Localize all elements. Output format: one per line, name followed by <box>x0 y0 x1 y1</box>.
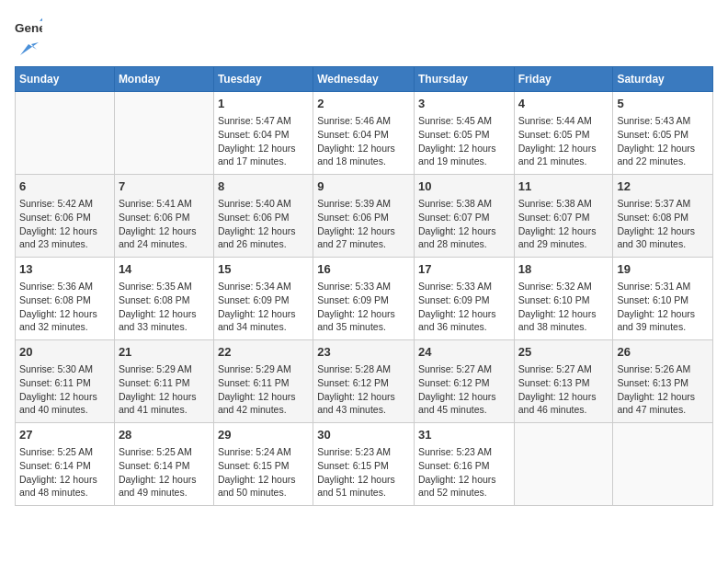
calendar-cell: 1Sunrise: 5:47 AMSunset: 6:04 PMDaylight… <box>213 92 313 175</box>
day-number: 8 <box>218 178 309 195</box>
calendar-cell: 24Sunrise: 5:27 AMSunset: 6:12 PMDayligh… <box>414 340 514 423</box>
day-info: Sunrise: 5:29 AMSunset: 6:11 PMDaylight:… <box>218 362 309 417</box>
day-info: Sunrise: 5:34 AMSunset: 6:09 PMDaylight:… <box>218 280 309 334</box>
day-info: Sunrise: 5:23 AMSunset: 6:16 PMDaylight:… <box>418 445 510 500</box>
day-number: 6 <box>19 178 110 195</box>
day-info: Sunrise: 5:41 AMSunset: 6:06 PMDaylight:… <box>119 197 210 251</box>
day-number: 17 <box>418 261 510 278</box>
calendar-table: SundayMondayTuesdayWednesdayThursdayFrid… <box>15 66 713 506</box>
day-number: 30 <box>317 427 410 443</box>
svg-text:General: General <box>15 21 42 35</box>
day-info: Sunrise: 5:35 AMSunset: 6:08 PMDaylight:… <box>119 280 210 334</box>
day-info: Sunrise: 5:45 AMSunset: 6:05 PMDaylight:… <box>418 114 510 168</box>
day-info: Sunrise: 5:26 AMSunset: 6:13 PMDaylight:… <box>617 362 709 417</box>
day-info: Sunrise: 5:38 AMSunset: 6:07 PMDaylight:… <box>418 197 510 251</box>
calendar-cell: 3Sunrise: 5:45 AMSunset: 6:05 PMDaylight… <box>414 92 514 175</box>
day-info: Sunrise: 5:27 AMSunset: 6:12 PMDaylight:… <box>418 362 510 417</box>
calendar-cell: 18Sunrise: 5:32 AMSunset: 6:10 PMDayligh… <box>514 258 613 340</box>
day-info: Sunrise: 5:47 AMSunset: 6:04 PMDaylight:… <box>218 114 309 168</box>
calendar-cell: 27Sunrise: 5:25 AMSunset: 6:14 PMDayligh… <box>16 423 115 506</box>
logo-icon: General <box>15 15 42 42</box>
day-number: 7 <box>119 178 210 195</box>
day-info: Sunrise: 5:27 AMSunset: 6:13 PMDaylight:… <box>518 362 609 417</box>
day-number: 15 <box>218 261 309 278</box>
logo: General <box>15 15 42 59</box>
header-day-sunday: Sunday <box>16 67 115 92</box>
calendar-week-row: 6Sunrise: 5:42 AMSunset: 6:06 PMDaylight… <box>16 175 713 258</box>
day-number: 28 <box>119 427 210 443</box>
day-number: 24 <box>418 344 510 361</box>
day-number: 19 <box>617 261 709 278</box>
header-day-wednesday: Wednesday <box>313 67 415 92</box>
calendar-cell <box>613 423 713 506</box>
calendar-cell: 5Sunrise: 5:43 AMSunset: 6:05 PMDaylight… <box>613 92 713 175</box>
calendar-cell: 26Sunrise: 5:26 AMSunset: 6:13 PMDayligh… <box>613 340 713 423</box>
day-number: 16 <box>317 261 410 278</box>
day-info: Sunrise: 5:31 AMSunset: 6:10 PMDaylight:… <box>617 280 709 334</box>
calendar-cell: 8Sunrise: 5:40 AMSunset: 6:06 PMDaylight… <box>213 175 313 258</box>
day-number: 9 <box>317 178 410 195</box>
calendar-cell: 15Sunrise: 5:34 AMSunset: 6:09 PMDayligh… <box>213 258 313 340</box>
calendar-cell: 29Sunrise: 5:24 AMSunset: 6:15 PMDayligh… <box>213 423 313 506</box>
day-info: Sunrise: 5:38 AMSunset: 6:07 PMDaylight:… <box>518 197 609 251</box>
day-number: 2 <box>317 96 410 112</box>
day-number: 1 <box>218 96 309 112</box>
day-info: Sunrise: 5:33 AMSunset: 6:09 PMDaylight:… <box>418 280 510 334</box>
day-number: 22 <box>218 344 309 361</box>
header-day-monday: Monday <box>114 67 213 92</box>
day-number: 29 <box>218 427 309 443</box>
day-number: 20 <box>19 344 110 361</box>
calendar-cell <box>114 92 213 175</box>
calendar-week-row: 27Sunrise: 5:25 AMSunset: 6:14 PMDayligh… <box>16 423 713 506</box>
day-number: 26 <box>617 344 709 361</box>
logo-bird-icon <box>18 42 39 59</box>
day-number: 18 <box>518 261 609 278</box>
calendar-cell: 17Sunrise: 5:33 AMSunset: 6:09 PMDayligh… <box>414 258 514 340</box>
calendar-cell <box>16 92 115 175</box>
calendar-cell: 28Sunrise: 5:25 AMSunset: 6:14 PMDayligh… <box>114 423 213 506</box>
calendar-cell: 6Sunrise: 5:42 AMSunset: 6:06 PMDaylight… <box>16 175 115 258</box>
day-info: Sunrise: 5:28 AMSunset: 6:12 PMDaylight:… <box>317 362 410 417</box>
calendar-week-row: 13Sunrise: 5:36 AMSunset: 6:08 PMDayligh… <box>16 258 713 340</box>
day-info: Sunrise: 5:24 AMSunset: 6:15 PMDaylight:… <box>218 445 309 500</box>
calendar-cell: 22Sunrise: 5:29 AMSunset: 6:11 PMDayligh… <box>213 340 313 423</box>
calendar-cell <box>514 423 613 506</box>
day-info: Sunrise: 5:37 AMSunset: 6:08 PMDaylight:… <box>617 197 709 251</box>
day-info: Sunrise: 5:36 AMSunset: 6:08 PMDaylight:… <box>19 280 110 334</box>
header-day-tuesday: Tuesday <box>213 67 313 92</box>
day-number: 31 <box>418 427 510 443</box>
day-number: 13 <box>19 261 110 278</box>
header: General <box>15 15 713 59</box>
calendar-cell: 30Sunrise: 5:23 AMSunset: 6:15 PMDayligh… <box>313 423 415 506</box>
calendar-week-row: 20Sunrise: 5:30 AMSunset: 6:11 PMDayligh… <box>16 340 713 423</box>
calendar-cell: 20Sunrise: 5:30 AMSunset: 6:11 PMDayligh… <box>16 340 115 423</box>
calendar-cell: 19Sunrise: 5:31 AMSunset: 6:10 PMDayligh… <box>613 258 713 340</box>
day-number: 21 <box>119 344 210 361</box>
calendar-cell: 25Sunrise: 5:27 AMSunset: 6:13 PMDayligh… <box>514 340 613 423</box>
day-number: 25 <box>518 344 609 361</box>
calendar-cell: 4Sunrise: 5:44 AMSunset: 6:05 PMDaylight… <box>514 92 613 175</box>
calendar-cell: 9Sunrise: 5:39 AMSunset: 6:06 PMDaylight… <box>313 175 415 258</box>
day-number: 11 <box>518 178 609 195</box>
day-number: 4 <box>518 96 609 112</box>
header-day-friday: Friday <box>514 67 613 92</box>
svg-marker-1 <box>40 18 42 21</box>
day-info: Sunrise: 5:30 AMSunset: 6:11 PMDaylight:… <box>19 362 110 417</box>
day-info: Sunrise: 5:44 AMSunset: 6:05 PMDaylight:… <box>518 114 609 168</box>
day-info: Sunrise: 5:25 AMSunset: 6:14 PMDaylight:… <box>119 445 210 500</box>
day-number: 10 <box>418 178 510 195</box>
day-info: Sunrise: 5:29 AMSunset: 6:11 PMDaylight:… <box>119 362 210 417</box>
svg-marker-2 <box>20 42 39 55</box>
day-number: 23 <box>317 344 410 361</box>
day-number: 14 <box>119 261 210 278</box>
header-day-saturday: Saturday <box>613 67 713 92</box>
day-number: 3 <box>418 96 510 112</box>
day-info: Sunrise: 5:42 AMSunset: 6:06 PMDaylight:… <box>19 197 110 251</box>
calendar-cell: 2Sunrise: 5:46 AMSunset: 6:04 PMDaylight… <box>313 92 415 175</box>
day-number: 27 <box>19 427 110 443</box>
calendar-cell: 14Sunrise: 5:35 AMSunset: 6:08 PMDayligh… <box>114 258 213 340</box>
calendar-header-row: SundayMondayTuesdayWednesdayThursdayFrid… <box>16 67 713 92</box>
day-info: Sunrise: 5:23 AMSunset: 6:15 PMDaylight:… <box>317 445 410 500</box>
calendar-cell: 11Sunrise: 5:38 AMSunset: 6:07 PMDayligh… <box>514 175 613 258</box>
day-info: Sunrise: 5:40 AMSunset: 6:06 PMDaylight:… <box>218 197 309 251</box>
